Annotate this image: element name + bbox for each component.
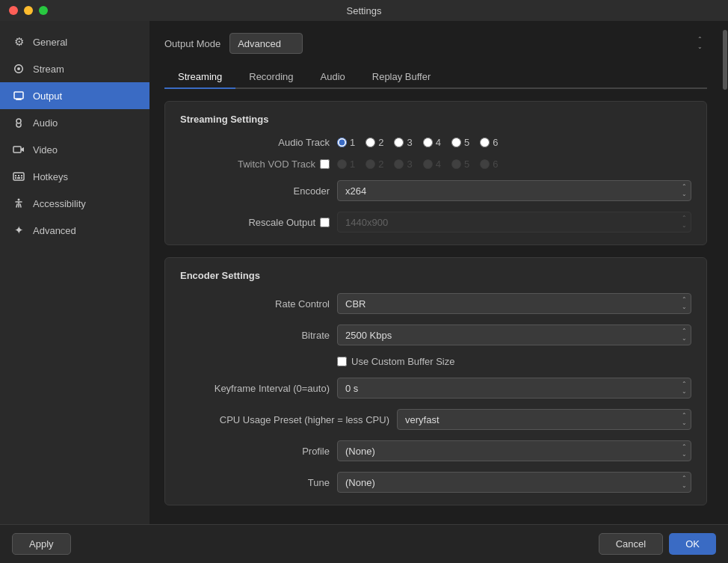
tab-recording[interactable]: Recording: [235, 66, 306, 89]
vod-track-5[interactable]: 5: [451, 159, 469, 170]
cancel-button[interactable]: Cancel: [599, 533, 663, 555]
tune-select-wrapper: (None) film animation grain stillimage f…: [337, 472, 691, 493]
twitch-vod-track-label: Twitch VOD Track: [238, 159, 315, 170]
svg-rect-2: [13, 147, 21, 153]
audio-track-1[interactable]: 1: [337, 137, 355, 148]
audio-track-4[interactable]: 4: [423, 137, 441, 148]
streaming-settings-title: Streaming Settings: [180, 114, 691, 125]
encoder-select[interactable]: x264: [337, 180, 691, 201]
rate-control-row: Rate Control CBR VBR ABR CRF CQP: [180, 293, 691, 314]
scrollbar-thumb[interactable]: [723, 30, 727, 90]
tab-streaming[interactable]: Streaming: [164, 66, 235, 89]
twitch-vod-track-checkbox[interactable]: [320, 159, 330, 169]
output-mode-row: Output Mode Advanced: [164, 33, 707, 54]
custom-buffer-checkbox-item[interactable]: Use Custom Buffer Size: [337, 356, 454, 367]
sidebar-item-label-advanced: Advanced: [33, 225, 76, 236]
footer: Apply Cancel OK: [0, 524, 728, 563]
close-button[interactable]: [9, 6, 18, 15]
rate-control-select[interactable]: CBR VBR ABR CRF CQP: [337, 293, 691, 314]
vod-track-3[interactable]: 3: [394, 159, 412, 170]
tab-audio[interactable]: Audio: [307, 66, 359, 89]
keyframe-interval-select[interactable]: 0 s: [337, 378, 691, 399]
sidebar-item-audio[interactable]: Audio: [0, 109, 149, 136]
svg-rect-7: [15, 177, 16, 179]
twitch-vod-track-row: Twitch VOD Track 1 2: [180, 159, 691, 170]
video-icon: [12, 143, 25, 156]
gear-icon: ⚙: [12, 35, 25, 49]
svg-rect-6: [21, 175, 22, 176]
sidebar-item-video[interactable]: Video: [0, 136, 149, 163]
keyframe-interval-row: Keyframe Interval (0=auto) 0 s: [180, 378, 691, 399]
rescale-output-select-wrapper: 1440x900: [337, 212, 691, 233]
svg-point-1: [16, 119, 21, 123]
custom-buffer-label: Use Custom Buffer Size: [351, 356, 454, 367]
streaming-settings-section: Streaming Settings Audio Track 1 2: [164, 101, 707, 245]
bitrate-select-wrapper: 2500 Kbps: [337, 324, 691, 345]
stream-icon: [12, 62, 25, 76]
sidebar-item-label-hotkeys: Hotkeys: [33, 171, 68, 182]
advanced-icon: ✦: [12, 224, 25, 237]
encoder-settings-section: Encoder Settings Rate Control CBR VBR AB…: [164, 257, 707, 505]
sidebar-item-output[interactable]: Output: [0, 82, 149, 109]
cpu-preset-select-wrapper: ultrafast superfast veryfast faster fast…: [397, 409, 691, 430]
output-mode-select[interactable]: Advanced: [229, 33, 303, 54]
tab-replay-buffer[interactable]: Replay Buffer: [359, 66, 445, 89]
custom-buffer-checkbox[interactable]: [337, 357, 347, 366]
titlebar: Settings: [0, 0, 728, 21]
rescale-output-select[interactable]: 1440x900: [337, 212, 691, 233]
sidebar-item-label-output: Output: [33, 90, 62, 102]
minimize-button[interactable]: [24, 6, 33, 15]
main-layout: ⚙ General Stream Output Audio Video: [0, 21, 728, 524]
vod-track-2[interactable]: 2: [365, 159, 383, 170]
vod-track-4[interactable]: 4: [423, 159, 441, 170]
hotkeys-icon: [12, 170, 25, 183]
footer-left: Apply: [12, 533, 71, 555]
rescale-output-row: Rescale Output 1440x900: [180, 212, 691, 233]
accessibility-icon: [12, 197, 25, 210]
profile-select[interactable]: (None) baseline main high: [337, 440, 691, 461]
cpu-preset-select[interactable]: ultrafast superfast veryfast faster fast…: [397, 409, 691, 430]
audio-track-2[interactable]: 2: [365, 137, 383, 148]
cpu-preset-label: CPU Usage Preset (higher = less CPU): [180, 414, 389, 425]
scrollbar-track[interactable]: [722, 21, 728, 524]
maximize-button[interactable]: [39, 6, 48, 15]
tune-select[interactable]: (None) film animation grain stillimage f…: [337, 472, 691, 493]
bitrate-row: Bitrate 2500 Kbps: [180, 324, 691, 345]
audio-track-3[interactable]: 3: [394, 137, 412, 148]
sidebar-item-label-accessibility: Accessibility: [33, 198, 86, 209]
apply-button[interactable]: Apply: [12, 533, 71, 555]
rescale-output-checkbox[interactable]: [320, 218, 330, 227]
tune-label: Tune: [180, 477, 330, 488]
footer-right: Cancel OK: [599, 533, 716, 555]
tune-row: Tune (None) film animation grain stillim…: [180, 472, 691, 493]
svg-rect-4: [15, 175, 16, 176]
window-controls[interactable]: [9, 6, 48, 15]
sidebar-item-accessibility[interactable]: Accessibility: [0, 190, 149, 217]
sidebar-item-label-audio: Audio: [33, 117, 58, 129]
content-area: Output Mode Advanced Streaming Recording…: [149, 21, 722, 524]
output-mode-label: Output Mode: [164, 38, 220, 49]
rate-control-select-wrapper: CBR VBR ABR CRF CQP: [337, 293, 691, 314]
custom-buffer-row: Use Custom Buffer Size: [180, 356, 691, 367]
sidebar-item-stream[interactable]: Stream: [0, 55, 149, 82]
audio-track-5[interactable]: 5: [451, 137, 469, 148]
vod-track-1[interactable]: 1: [337, 159, 355, 170]
twitch-vod-radio-group: 1 2 3 4: [337, 159, 498, 170]
rescale-output-label: Rescale Output: [248, 217, 315, 228]
sidebar-item-advanced[interactable]: ✦ Advanced: [0, 217, 149, 244]
sidebar: ⚙ General Stream Output Audio Video: [0, 21, 149, 524]
tabs-bar: Streaming Recording Audio Replay Buffer: [164, 66, 707, 89]
encoder-row: Encoder x264: [180, 180, 691, 201]
vod-track-6[interactable]: 6: [480, 159, 498, 170]
window-title: Settings: [347, 5, 382, 16]
bitrate-select[interactable]: 2500 Kbps: [337, 324, 691, 345]
keyframe-interval-select-wrapper: 0 s: [337, 378, 691, 399]
sidebar-item-general[interactable]: ⚙ General: [0, 28, 149, 55]
audio-track-6[interactable]: 6: [480, 137, 498, 148]
profile-row: Profile (None) baseline main high: [180, 440, 691, 461]
svg-rect-9: [21, 177, 22, 179]
sidebar-item-hotkeys[interactable]: Hotkeys: [0, 163, 149, 190]
ok-button[interactable]: OK: [669, 533, 716, 555]
audio-track-radio-group: 1 2 3 4: [337, 137, 498, 148]
svg-rect-8: [17, 177, 20, 179]
